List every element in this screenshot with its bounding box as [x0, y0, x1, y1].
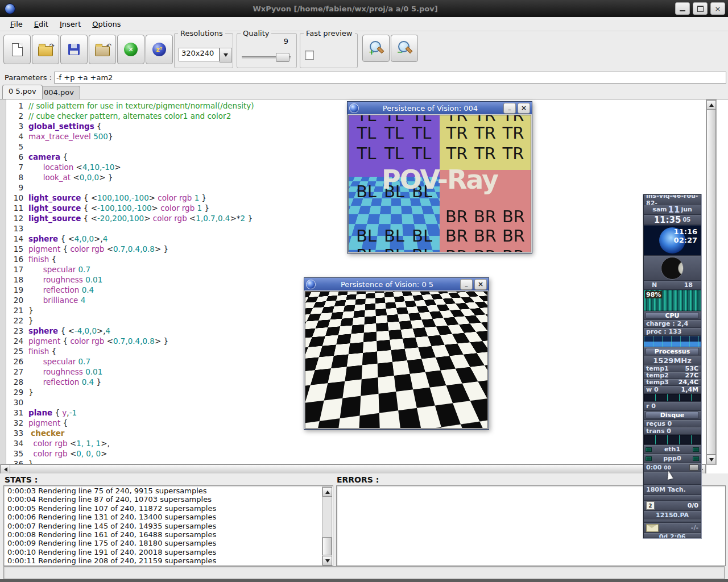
line-number: 3 [6, 121, 28, 131]
quality-group: Quality 9 [237, 33, 297, 68]
process-header[interactable]: Processus [646, 348, 699, 355]
pattern-row-bl: BLBLBL [349, 246, 440, 252]
close-file-button[interactable]: ↶ [89, 35, 116, 64]
stats-box[interactable]: 0:00:03 Rendering line 75 of 240, 9915 s… [3, 485, 333, 566]
render-image-004: TLTLTLTLTLTLTLTLTL TRTRTRTRTRTRTRTRTR BL… [349, 115, 531, 252]
minimize-button[interactable]: – [460, 279, 473, 290]
line-number: 33 [6, 428, 28, 438]
minimize-button[interactable]: – [503, 103, 516, 114]
code-text: color rgb <0, 0, 0> [28, 448, 107, 459]
tab-0-5-pov[interactable]: 0 5.pov [2, 85, 43, 99]
render-sleep-icon: z² [152, 43, 166, 56]
line-number: 30 [6, 397, 28, 408]
code-line-35[interactable]: 35 color rgb <0, 0, 0> [6, 448, 705, 459]
slider-handle[interactable] [276, 53, 289, 62]
chevron-down-icon [224, 53, 228, 57]
scroll-up-button[interactable] [322, 487, 332, 497]
close-button[interactable]: × [474, 279, 487, 290]
code-text: color rgb <1, 1, 1>, [28, 438, 110, 448]
read-row: r 0 [644, 402, 701, 411]
tab-004-pov[interactable]: 004.pov [38, 86, 80, 99]
timer-button-icon[interactable] [689, 464, 698, 471]
editor-horizontal-scrollbar[interactable] [0, 464, 706, 473]
stats-label: STATS : [5, 475, 38, 484]
code-text: camera { [28, 152, 68, 162]
scroll-down-button[interactable] [322, 556, 332, 566]
line-number: 31 [6, 408, 28, 418]
system-monitor-panel[interactable]: lns-vlq-46-rou-82- sam 11 jun 11:35 05 1… [643, 194, 701, 538]
code-text: sphere { <4,0,0>,4 [28, 234, 107, 244]
parameters-label: Parameters : [5, 73, 52, 82]
line-number: 21 [6, 305, 28, 315]
mail-row[interactable]: 2 0/0 [644, 501, 701, 511]
scroll-up-button[interactable] [706, 100, 716, 110]
fast-preview-checkbox[interactable] [305, 51, 314, 60]
code-line-17[interactable]: 17 specular 0.7 [6, 264, 705, 275]
maximize-button[interactable] [693, 2, 708, 15]
stats-scrollbar[interactable] [322, 487, 332, 566]
resolution-value[interactable]: 320x240 [179, 48, 220, 61]
line-number: 13 [6, 223, 28, 234]
minimize-button[interactable] [675, 2, 690, 15]
editor-vertical-scrollbar[interactable] [706, 99, 717, 465]
render-window-004[interactable]: Persistence of Vision: 004 – × TLTLTLTLT… [347, 101, 532, 253]
close-button[interactable]: × [710, 2, 725, 15]
cpu-header[interactable]: CPU [646, 312, 699, 319]
dropdown-button[interactable] [220, 48, 232, 63]
cpu-chart [644, 336, 701, 347]
menu-insert[interactable]: Insert [54, 18, 86, 30]
line-number: 22 [6, 315, 28, 326]
resolution-select[interactable]: 320x240 [179, 48, 232, 63]
code-text: finish { [28, 254, 56, 264]
new-file-button[interactable] [3, 35, 31, 64]
scrollbar-thumb[interactable] [10, 464, 697, 473]
disk-header[interactable]: Disque [646, 411, 699, 419]
line-number: 35 [6, 448, 28, 459]
eth1-section[interactable]: eth1 [644, 445, 701, 454]
code-line-16[interactable]: 16finish { [6, 254, 705, 264]
clock-time: 11:35 [654, 215, 681, 225]
zoom-out-icon: − [397, 41, 412, 56]
scroll-down-button[interactable] [706, 455, 716, 464]
save-file-button[interactable] [60, 35, 88, 64]
timer-row[interactable]: 0:00 00 [644, 463, 701, 472]
scrollbar-thumb[interactable] [706, 109, 716, 455]
stats-line: 0:00:10 Rendering line 191 of 240, 20018… [7, 548, 321, 556]
zoom-in-button[interactable]: + [362, 35, 390, 62]
toolbar: ↷ ↶ ✕ z² Resolutions 320x240 Quality 9 F… [0, 31, 728, 70]
quality-slider[interactable] [242, 53, 291, 61]
arrow-up-icon [325, 490, 330, 494]
render-window-titlebar[interactable]: Persistence of Vision: 0 5 – × [304, 278, 489, 290]
line-number: 29 [6, 387, 28, 397]
moon-direction: N [652, 281, 657, 289]
scroll-left-button[interactable] [1, 464, 10, 473]
render-sleep-button[interactable]: z² [146, 35, 173, 64]
open-file-button[interactable]: ↷ [32, 35, 59, 64]
editor-margin [0, 99, 6, 464]
parameters-input[interactable]: -f +p +a +am2 [54, 72, 726, 84]
mailbox-row[interactable]: -/- [644, 523, 701, 533]
code-text: light_source { <-100,100,-100> color rgb… [28, 203, 209, 213]
scrollbar-thumb[interactable] [322, 537, 332, 555]
line-number: 4 [6, 131, 28, 142]
code-text: } [28, 387, 34, 397]
zoom-out-button[interactable]: − [391, 35, 418, 62]
ppp0-section[interactable]: ppp0 [644, 454, 701, 463]
code-text: plane { y,-1 [28, 408, 77, 418]
render-window-0-5[interactable]: Persistence of Vision: 0 5 – × [304, 277, 489, 430]
code-text: checker [28, 428, 65, 438]
menu-options[interactable]: Options [86, 18, 126, 30]
menu-edit[interactable]: Edit [28, 18, 54, 30]
mail-count: 0/0 [688, 502, 698, 509]
write-label: w 0 [646, 386, 659, 393]
code-line-34[interactable]: 34 color rgb <1, 1, 1>, [6, 438, 705, 448]
menu-file[interactable]: File [5, 18, 28, 30]
stats-line: 0:00:07 Rendering line 145 of 240, 14935… [7, 522, 321, 530]
line-number: 25 [6, 346, 28, 356]
render-window-titlebar[interactable]: Persistence of Vision: 004 – × [348, 102, 532, 114]
render-start-button[interactable]: ✕ [117, 35, 144, 64]
quality-value: 9 [284, 37, 288, 45]
code-text: light_source { <100,100,-100> color rgb … [28, 193, 206, 203]
line-number: 26 [6, 356, 28, 367]
close-button[interactable]: × [518, 103, 530, 114]
